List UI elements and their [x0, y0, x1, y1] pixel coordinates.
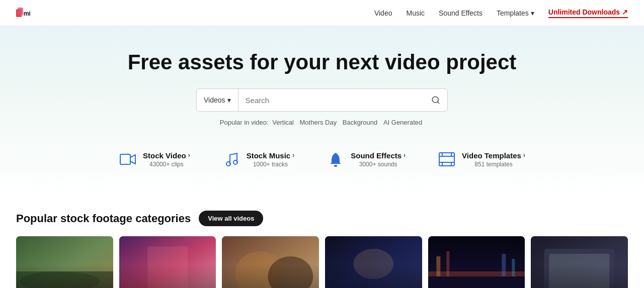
search-button[interactable] — [424, 89, 447, 111]
navbar: mixkit Video Music Sound Effects Templat… — [0, 0, 644, 26]
film-icon — [438, 150, 456, 168]
nav-video[interactable]: Video — [374, 9, 392, 17]
music-icon — [222, 150, 240, 168]
popular-label: Popular in video: — [220, 119, 269, 126]
category-card-animals[interactable]: Animals — [222, 236, 319, 288]
hero-title: Free assets for your next video project — [10, 50, 634, 74]
logo-icon: mixkit — [16, 8, 30, 19]
category-cards: Nature Lifestyle — [16, 236, 628, 288]
tag-background[interactable]: Background — [343, 119, 377, 126]
tag-vertical[interactable]: Vertical — [272, 119, 294, 126]
category-card-lifestyle[interactable]: Lifestyle — [119, 236, 216, 288]
chevron-down-icon: ▾ — [227, 96, 231, 104]
feature-video-templates-count: 851 templates — [462, 161, 525, 168]
hero-section: Free assets for your next video project … — [0, 26, 644, 197]
category-card-food[interactable]: Food — [325, 236, 422, 288]
nav-unlimited[interactable]: Unlimited Downloads ↗ — [548, 8, 628, 18]
tag-ai-generated[interactable]: AI Generated — [383, 119, 422, 126]
popular-tags: Popular in video: Vertical Mothers Day B… — [10, 119, 634, 126]
search-type-label: Videos — [204, 96, 225, 104]
categories-title: Popular stock footage categories — [16, 212, 191, 225]
feature-video-templates[interactable]: Video Templates › 851 templates — [422, 144, 541, 174]
feature-stock-video[interactable]: Stock Video › 43000+ clips — [103, 144, 206, 174]
svg-point-8 — [334, 165, 337, 167]
nav-sound-effects[interactable]: Sound Effects — [439, 9, 482, 17]
feature-stock-music-name: Stock Music › — [247, 151, 295, 160]
feature-sound-effects-name: Sound Effects › — [351, 151, 406, 160]
feature-stock-music-count: 1000+ tracks — [247, 161, 295, 168]
svg-text:mixkit: mixkit — [24, 10, 30, 17]
chevron-right-icon: › — [404, 152, 406, 159]
nav-links: Video Music Sound Effects Templates ▾ Un… — [374, 8, 628, 18]
feature-sound-effects-count: 3000+ sounds — [351, 161, 406, 168]
category-card-business[interactable]: Business — [531, 236, 628, 288]
feature-sound-effects[interactable]: Sound Effects › 3000+ sounds — [310, 144, 422, 174]
search-icon — [431, 95, 440, 105]
svg-line-4 — [437, 102, 439, 104]
feature-stock-video-count: 43000+ clips — [143, 161, 190, 168]
feature-video-templates-name: Video Templates › — [462, 151, 525, 160]
chevron-right-icon: › — [292, 152, 294, 159]
animals-overlay — [222, 236, 319, 288]
nav-templates[interactable]: Templates ▾ — [497, 9, 534, 17]
logo[interactable]: mixkit — [16, 8, 30, 19]
business-overlay — [531, 236, 628, 288]
chevron-right-icon: › — [523, 152, 525, 159]
search-type-selector[interactable]: Videos ▾ — [197, 89, 238, 111]
search-bar: Videos ▾ — [196, 88, 448, 112]
category-card-transport[interactable]: Transport — [428, 236, 525, 288]
feature-stock-video-name: Stock Video › — [143, 151, 190, 160]
chevron-right-icon: › — [188, 152, 190, 159]
search-input[interactable] — [238, 89, 424, 111]
video-icon — [119, 150, 137, 168]
category-card-nature[interactable]: Nature — [16, 236, 113, 288]
feature-stock-music[interactable]: Stock Music › 1000+ tracks — [206, 144, 311, 174]
bell-icon — [327, 150, 345, 168]
categories-header: Popular stock footage categories View al… — [16, 211, 628, 226]
nature-overlay — [16, 236, 113, 288]
svg-rect-9 — [439, 153, 454, 166]
tag-mothers-day[interactable]: Mothers Day — [300, 119, 337, 126]
svg-rect-1 — [18, 8, 23, 16]
transport-overlay — [428, 236, 525, 288]
categories-section: Popular stock footage categories View al… — [0, 197, 644, 288]
chevron-down-icon: ▾ — [531, 9, 534, 17]
food-overlay — [325, 236, 422, 288]
svg-rect-5 — [120, 154, 130, 164]
lifestyle-overlay — [119, 236, 216, 288]
view-all-button[interactable]: View all videos — [199, 211, 263, 226]
nav-music[interactable]: Music — [406, 9, 425, 17]
feature-grid: Stock Video › 43000+ clips Stock Music › — [96, 144, 548, 178]
